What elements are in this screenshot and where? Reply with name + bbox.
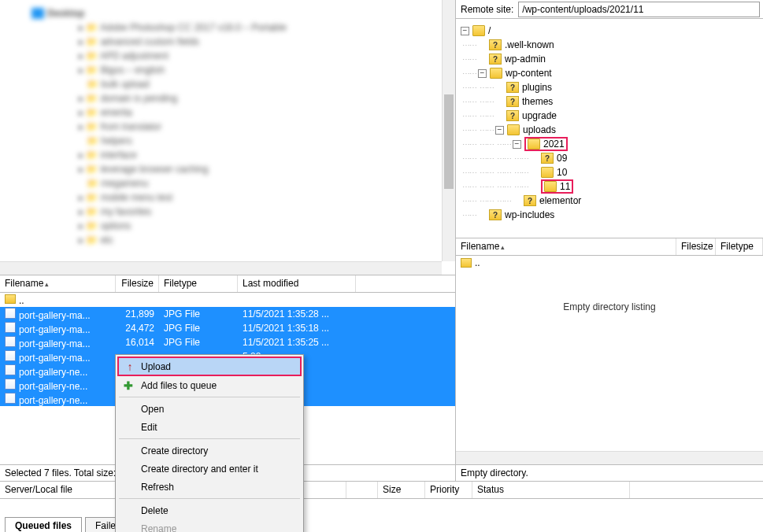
- col-filesize[interactable]: Filesize: [116, 275, 159, 292]
- menu-item-delete[interactable]: Delete: [117, 501, 302, 519]
- file-row[interactable]: port-gallery-ma...24,472JPG File11/5/202…: [0, 321, 455, 335]
- file-icon: [5, 308, 16, 319]
- folder-icon: [461, 258, 472, 268]
- collapse-icon[interactable]: −: [513, 140, 521, 149]
- menu-item-create-directory[interactable]: Create directory: [117, 441, 302, 460]
- menu-item-upload[interactable]: ↑Upload: [117, 357, 302, 376]
- local-directory-tree[interactable]: Desktop ▸ 📁 Adobe Photoshop CC 2017 v18.…: [0, 0, 455, 275]
- menu-separator: [119, 397, 300, 397]
- tree-node[interactable]: ⋯⋯⋯⋯⋯⋯⋯⋯11: [461, 179, 760, 194]
- blurred-local-tree: Desktop ▸ 📁 Adobe Photoshop CC 2017 v18.…: [0, 0, 455, 253]
- folder-icon: [490, 68, 502, 79]
- menu-item-create-directory-and-enter-it[interactable]: Create directory and enter it: [117, 460, 302, 478]
- unknown-folder-icon: ?: [489, 54, 502, 65]
- collapse-icon[interactable]: −: [461, 27, 469, 35]
- file-row[interactable]: port-gallery-ma...21,899JPG File11/5/202…: [0, 307, 455, 321]
- menu-item-rename: Rename: [117, 519, 302, 532]
- col-filetype[interactable]: Filetype: [159, 275, 238, 292]
- unknown-folder-icon: ?: [489, 209, 502, 220]
- menu-item-edit[interactable]: Edit: [117, 418, 302, 436]
- file-context-menu: ↑Upload✚Add files to queueOpenEditCreate…: [115, 354, 304, 532]
- col-filename[interactable]: Filename: [456, 238, 676, 255]
- tree-node[interactable]: ⋯⋯−wp-content: [461, 66, 760, 80]
- folder-icon: [541, 167, 554, 178]
- menu-separator: [119, 438, 300, 439]
- folder-icon: [544, 181, 557, 192]
- tree-node[interactable]: ⋯⋯?wp-includes: [461, 208, 760, 222]
- parent-dir-row[interactable]: ..: [0, 293, 455, 307]
- folder-icon: [507, 124, 520, 135]
- tree-node[interactable]: ⋯⋯?wp-admin: [461, 52, 760, 66]
- remote-file-list-header[interactable]: Filename Filesize Filetype: [456, 238, 763, 256]
- scrollbar-horizontal[interactable]: [0, 261, 442, 275]
- unknown-folder-icon: ?: [506, 96, 519, 107]
- collapse-icon[interactable]: −: [495, 126, 504, 135]
- scrollbar-vertical[interactable]: [442, 0, 455, 261]
- tree-node[interactable]: ⋯⋯?.well-known: [461, 38, 760, 52]
- folder-icon: [472, 25, 485, 36]
- menu-item-open[interactable]: Open: [117, 400, 302, 418]
- tree-node[interactable]: ⋯⋯⋯⋯⋯⋯⋯⋯?09: [461, 151, 760, 165]
- tree-node[interactable]: ⋯⋯⋯⋯?plugins: [461, 80, 760, 94]
- local-file-list-header[interactable]: Filename Filesize Filetype Last modified: [0, 275, 455, 293]
- unknown-folder-icon: ?: [506, 110, 519, 121]
- tree-root[interactable]: − /: [461, 24, 760, 38]
- collapse-icon[interactable]: −: [478, 69, 487, 78]
- remote-file-list[interactable]: .. Empty directory listing: [456, 256, 763, 465]
- tree-node[interactable]: ⋯⋯⋯⋯?themes: [461, 94, 760, 109]
- col-filename[interactable]: Filename: [0, 275, 116, 292]
- file-icon: [5, 322, 16, 333]
- scrollbar-horizontal[interactable]: [456, 451, 763, 464]
- tree-node[interactable]: ⋯⋯⋯⋯⋯⋯⋯⋯10: [461, 165, 760, 179]
- remote-site-label: Remote site:: [456, 4, 518, 15]
- tree-node[interactable]: ⋯⋯⋯⋯⋯⋯−2021: [461, 137, 760, 151]
- unknown-folder-icon: ?: [524, 195, 536, 206]
- empty-listing-text: Empty directory listing: [456, 301, 763, 312]
- tree-node[interactable]: ⋯⋯⋯⋯−uploads: [461, 123, 760, 137]
- file-icon: [5, 364, 16, 375]
- col-status[interactable]: Status: [472, 482, 630, 498]
- unknown-folder-icon: ?: [506, 82, 519, 93]
- file-icon: [5, 379, 16, 390]
- tab-queued-files[interactable]: Queued files: [5, 517, 82, 532]
- folder-icon: [528, 139, 540, 150]
- add-queue-icon: ✚: [122, 379, 135, 392]
- remote-directory-tree[interactable]: − / ⋯⋯?.well-known⋯⋯?wp-admin⋯⋯−wp-conte…: [456, 19, 763, 238]
- parent-dir-row[interactable]: ..: [456, 256, 763, 270]
- folder-icon: [5, 294, 16, 304]
- file-icon: [5, 336, 16, 347]
- col-filetype[interactable]: Filetype: [716, 238, 763, 255]
- menu-separator: [119, 498, 300, 499]
- file-row[interactable]: port-gallery-ma...16,014JPG File11/5/202…: [0, 335, 455, 349]
- remote-path-input[interactable]: [518, 2, 760, 17]
- tree-node[interactable]: ⋯⋯⋯⋯⋯⋯?elementor: [461, 194, 760, 208]
- unknown-folder-icon: ?: [541, 153, 554, 164]
- unknown-folder-icon: ?: [489, 39, 502, 50]
- col-size[interactable]: Size: [378, 482, 425, 498]
- tree-node[interactable]: ⋯⋯⋯⋯?upgrade: [461, 109, 760, 123]
- col-last-modified[interactable]: Last modified: [238, 275, 356, 292]
- col-filesize[interactable]: Filesize: [676, 238, 716, 255]
- menu-item-add-files-to-queue[interactable]: ✚Add files to queue: [117, 376, 302, 394]
- file-icon: [5, 393, 16, 404]
- menu-item-refresh[interactable]: Refresh: [117, 478, 302, 496]
- col-priority[interactable]: Priority: [425, 482, 472, 498]
- file-icon: [5, 350, 16, 361]
- remote-status-bar: Empty directory.: [456, 464, 763, 481]
- upload-icon: ↑: [124, 360, 136, 373]
